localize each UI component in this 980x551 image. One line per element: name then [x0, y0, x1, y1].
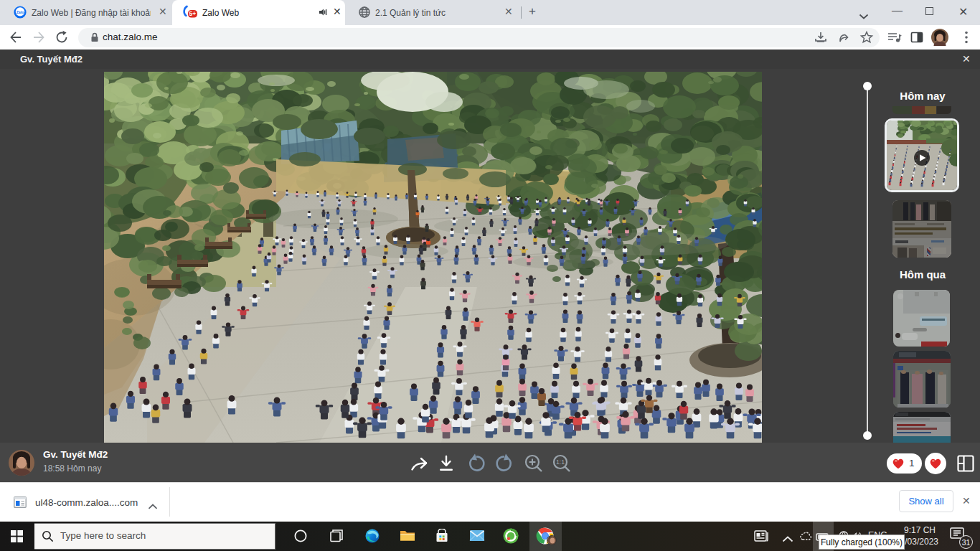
svg-text:Zalo: Zalo — [17, 10, 24, 14]
svg-text:5+: 5+ — [189, 10, 197, 17]
svg-text:1:1: 1:1 — [556, 458, 565, 466]
